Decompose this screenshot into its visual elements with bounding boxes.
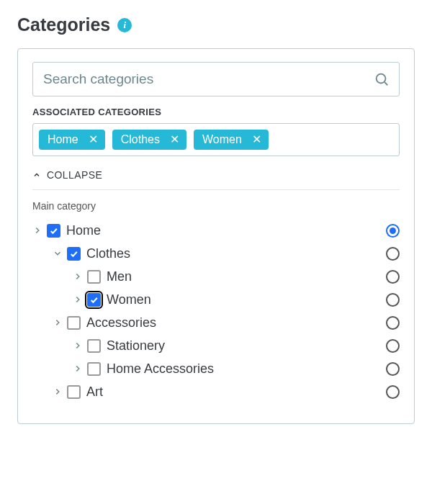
- main-category-label: Main category: [32, 200, 400, 212]
- tree-row: Men: [32, 265, 400, 288]
- category-checkbox[interactable]: [87, 362, 101, 376]
- category-checkbox[interactable]: [87, 293, 101, 307]
- category-checkbox[interactable]: [67, 316, 81, 330]
- categories-panel: ASSOCIATED CATEGORIES Home✕Clothes✕Women…: [17, 48, 415, 424]
- category-checkbox[interactable]: [67, 247, 81, 261]
- tag-label: Clothes: [121, 133, 160, 146]
- collapse-label: COLLAPSE: [47, 169, 102, 181]
- tree-row: Home: [32, 219, 400, 242]
- info-icon[interactable]: i: [117, 18, 132, 32]
- category-label: Stationery: [105, 338, 165, 354]
- tree-row: Clothes: [32, 242, 400, 265]
- associated-tags-box: Home✕Clothes✕Women✕: [32, 123, 400, 156]
- tree-row: Women: [32, 288, 400, 311]
- category-checkbox[interactable]: [47, 224, 60, 238]
- search-wrap: [32, 62, 400, 96]
- tree-row: Accessories: [32, 311, 400, 334]
- category-label: Men: [105, 269, 132, 284]
- chevron-right-icon[interactable]: [73, 271, 83, 282]
- tag: Home✕: [39, 130, 105, 150]
- category-label: Accessories: [85, 315, 156, 330]
- search-input[interactable]: [32, 62, 400, 96]
- tree-row-left: Men: [32, 269, 132, 284]
- tree-row-left: Women: [32, 292, 151, 307]
- main-category-radio[interactable]: [386, 316, 400, 330]
- chevron-right-icon[interactable]: [73, 364, 83, 374]
- tag: Clothes✕: [112, 130, 186, 150]
- main-category-radio[interactable]: [386, 247, 400, 261]
- category-label: Clothes: [85, 246, 130, 261]
- category-checkbox[interactable]: [87, 270, 101, 284]
- category-checkbox[interactable]: [87, 339, 101, 353]
- tree-row-left: Home: [32, 223, 101, 238]
- chevron-right-icon[interactable]: [53, 318, 63, 328]
- tree-row-left: Home Accessories: [32, 361, 214, 377]
- category-checkbox[interactable]: [67, 385, 81, 399]
- svg-point-0: [377, 74, 386, 84]
- chevron-right-icon[interactable]: [32, 225, 42, 235]
- tree-row: Home Accessories: [32, 357, 400, 380]
- main-category-radio[interactable]: [386, 362, 400, 376]
- tag-label: Women: [202, 133, 242, 146]
- chevron-right-icon[interactable]: [73, 294, 83, 305]
- category-tree: HomeClothesMenWomenAccessoriesStationery…: [32, 219, 400, 403]
- tree-row: Art: [32, 380, 400, 403]
- category-label: Art: [85, 384, 103, 400]
- main-category-radio[interactable]: [386, 385, 400, 399]
- svg-line-1: [384, 82, 387, 85]
- chevron-right-icon[interactable]: [53, 387, 63, 397]
- main-category-radio[interactable]: [386, 293, 400, 307]
- tree-row-left: Clothes: [32, 246, 130, 261]
- main-category-radio[interactable]: [386, 339, 400, 353]
- tree-row-left: Accessories: [32, 315, 156, 330]
- main-category-radio[interactable]: [386, 224, 400, 238]
- tag-label: Home: [48, 133, 78, 146]
- search-icon: [374, 71, 390, 87]
- category-label: Women: [105, 292, 151, 307]
- chevron-right-icon[interactable]: [73, 341, 83, 351]
- tree-row-left: Art: [32, 384, 103, 400]
- category-label: Home: [65, 223, 101, 238]
- main-category-radio[interactable]: [386, 270, 400, 284]
- tag: Women✕: [194, 130, 269, 150]
- collapse-toggle[interactable]: COLLAPSE: [32, 165, 400, 190]
- tag-remove-icon[interactable]: ✕: [170, 134, 179, 145]
- page-title: Categories: [17, 14, 110, 35]
- tree-row-left: Stationery: [32, 338, 165, 354]
- tag-remove-icon[interactable]: ✕: [252, 134, 261, 145]
- tree-row: Stationery: [32, 334, 400, 357]
- associated-categories-label: ASSOCIATED CATEGORIES: [32, 107, 400, 117]
- radio-dot: [390, 228, 396, 234]
- chevron-down-icon[interactable]: [53, 248, 63, 258]
- tag-remove-icon[interactable]: ✕: [89, 134, 98, 145]
- category-label: Home Accessories: [105, 361, 214, 377]
- chevron-up-icon: [32, 171, 41, 179]
